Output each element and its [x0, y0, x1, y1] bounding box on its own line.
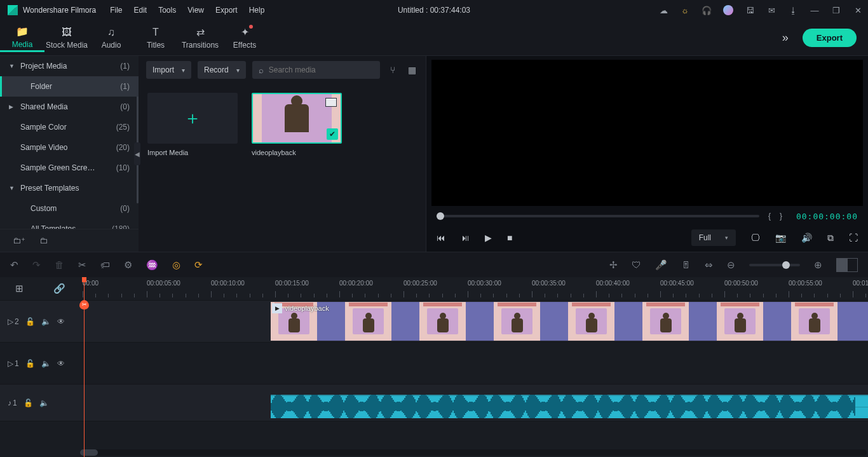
sidebar-item-all-templates[interactable]: All Templates(189): [0, 219, 139, 229]
tab-stock-media[interactable]: 🖼Stock Media: [44, 25, 89, 51]
add-track-icon[interactable]: ⊞: [15, 283, 24, 294]
menu-tools[interactable]: Tools: [158, 6, 176, 15]
sidebar-item-custom[interactable]: Custom(0): [0, 198, 139, 219]
import-dropdown[interactable]: Import▾: [146, 61, 191, 79]
support-icon[interactable]: 🎧: [702, 5, 712, 15]
mark-in-icon[interactable]: {: [768, 212, 771, 221]
visibility-icon[interactable]: 👁: [57, 359, 65, 368]
audio-mixer-icon[interactable]: 🎚: [681, 259, 691, 270]
mute-icon[interactable]: 🔈: [39, 399, 49, 407]
fullscreen-icon[interactable]: ⛶: [849, 233, 858, 243]
new-folder-icon[interactable]: 🗀⁺: [13, 236, 25, 245]
search-input[interactable]: [269, 65, 374, 74]
grid-view-icon[interactable]: ▦: [405, 65, 418, 75]
tab-effects[interactable]: ✦Effects: [222, 25, 267, 51]
playhead[interactable]: ✂: [84, 277, 85, 457]
zoom-in-icon[interactable]: ⊕: [814, 259, 822, 271]
tab-audio[interactable]: ♫Audio: [89, 25, 133, 51]
time-ruler[interactable]: 00:0000:00:05:0000:00:10:0000:00:15:0000…: [80, 277, 868, 300]
speed-icon[interactable]: ⟳: [194, 259, 203, 271]
visibility-icon[interactable]: 👁: [57, 317, 65, 326]
auto-highlight-icon[interactable]: ◎: [172, 259, 180, 271]
split-button[interactable]: ✂: [78, 259, 86, 271]
audio-track-1[interactable]: ♪1 🔓 🔈 ♪videoplayback: [0, 384, 868, 421]
sidebar-item-sample-video[interactable]: Sample Video(20): [0, 137, 139, 158]
sidebar-item-folder[interactable]: Folder(1): [0, 76, 139, 97]
more-tabs-icon[interactable]: »: [782, 31, 789, 44]
volume-icon[interactable]: 🔊: [801, 233, 812, 243]
folder-open-icon[interactable]: 🗀: [39, 236, 48, 245]
lock-icon[interactable]: 🔓: [24, 399, 33, 407]
tab-transitions[interactable]: ⇄Transitions: [178, 25, 222, 51]
marker-settings-icon[interactable]: ✢: [609, 259, 618, 271]
adjust-icon[interactable]: ⚙: [124, 259, 132, 271]
quality-dropdown[interactable]: Full▾: [691, 229, 736, 246]
zoom-handle[interactable]: [782, 261, 790, 269]
undo-button[interactable]: ↶: [10, 259, 18, 271]
mail-icon[interactable]: ✉: [766, 5, 776, 15]
save-icon[interactable]: 🖫: [745, 5, 755, 15]
play-pause-button[interactable]: ⏯: [461, 233, 470, 243]
tips-icon[interactable]: ☼: [680, 5, 690, 15]
menu-edit[interactable]: Edit: [134, 6, 147, 15]
download-icon[interactable]: ⭳: [788, 5, 798, 15]
sidebar-item-preset-templates[interactable]: ▼Preset Templates: [0, 178, 139, 198]
prev-frame-button[interactable]: ⏮: [437, 233, 445, 243]
scrub-track[interactable]: [437, 215, 759, 217]
play-button[interactable]: ▶: [485, 233, 492, 243]
equalizer-icon[interactable]: ♒: [146, 259, 158, 271]
delete-button[interactable]: 🗑: [55, 259, 64, 270]
close-icon[interactable]: ✕: [853, 5, 863, 15]
timeline-scrollbar[interactable]: [80, 449, 867, 456]
shield-icon[interactable]: 🛡: [632, 259, 641, 270]
menu-help[interactable]: Help: [249, 6, 265, 15]
sidebar-item-sample-color[interactable]: Sample Color(25): [0, 117, 139, 137]
sidebar-item-sample-green[interactable]: Sample Green Scre…(10): [0, 158, 139, 178]
audio-clip[interactable]: ♪videoplayback: [271, 395, 868, 418]
media-clip-card[interactable]: ✔ videoplayback: [252, 93, 342, 252]
playhead-knob[interactable]: ✂: [79, 300, 89, 310]
menu-export[interactable]: Export: [215, 6, 238, 15]
transition-icon: ⇄: [196, 26, 205, 38]
export-button[interactable]: Export: [803, 29, 857, 47]
mic-icon[interactable]: 🎤: [655, 259, 667, 271]
menu-view[interactable]: View: [187, 6, 204, 15]
video-track-2[interactable]: ▷2 🔓 🔈 👁 ▶ videoplayback: [0, 300, 868, 342]
zoom-out-icon[interactable]: ⊖: [727, 259, 735, 271]
layout-icon[interactable]: ⧉: [827, 233, 834, 243]
fit-icon[interactable]: ⇔: [705, 259, 713, 271]
redo-button[interactable]: ↷: [32, 259, 41, 271]
minimize-icon[interactable]: ―: [810, 5, 820, 15]
mute-icon[interactable]: 🔈: [41, 359, 51, 368]
scrollbar-thumb[interactable]: [80, 449, 98, 456]
maximize-icon[interactable]: ❐: [831, 5, 841, 15]
preview-viewport[interactable]: [431, 60, 863, 206]
display-icon[interactable]: 🖵: [751, 233, 760, 243]
cloud-icon[interactable]: ☁: [658, 5, 668, 15]
scrub-head[interactable]: [437, 212, 444, 220]
import-media-card[interactable]: ＋ Import Media: [147, 93, 238, 252]
search-box[interactable]: ⌕: [252, 61, 380, 79]
mark-out-icon[interactable]: }: [780, 212, 782, 221]
link-icon[interactable]: 🔗: [53, 283, 65, 294]
track-size-toggle[interactable]: [836, 258, 858, 272]
menu-file[interactable]: File: [110, 6, 122, 15]
stop-button[interactable]: ■: [507, 233, 512, 243]
zoom-slider[interactable]: [749, 264, 800, 266]
mute-icon[interactable]: 🔈: [41, 317, 51, 326]
sidebar-item-shared-media[interactable]: ▶Shared Media(0): [0, 97, 139, 117]
video-clip[interactable]: ▶ videoplayback: [271, 302, 868, 341]
tab-titles[interactable]: TTitles: [133, 25, 178, 51]
account-icon[interactable]: [723, 5, 733, 15]
lock-icon[interactable]: 🔓: [25, 317, 35, 326]
lock-icon[interactable]: 🔓: [25, 359, 35, 368]
video-track-1[interactable]: ▷1 🔓 🔈 👁: [0, 342, 868, 384]
record-dropdown[interactable]: Record▾: [198, 61, 246, 79]
empty-track[interactable]: [0, 421, 868, 450]
panel-collapse-handle[interactable]: ◀: [134, 142, 140, 165]
tag-icon[interactable]: 🏷: [100, 259, 110, 270]
tab-media[interactable]: 📁Media: [0, 24, 44, 52]
filter-icon[interactable]: ⑂: [386, 65, 399, 75]
snapshot-icon[interactable]: 📷: [775, 233, 786, 243]
sidebar-item-project-media[interactable]: ▼Project Media(1): [0, 56, 139, 76]
